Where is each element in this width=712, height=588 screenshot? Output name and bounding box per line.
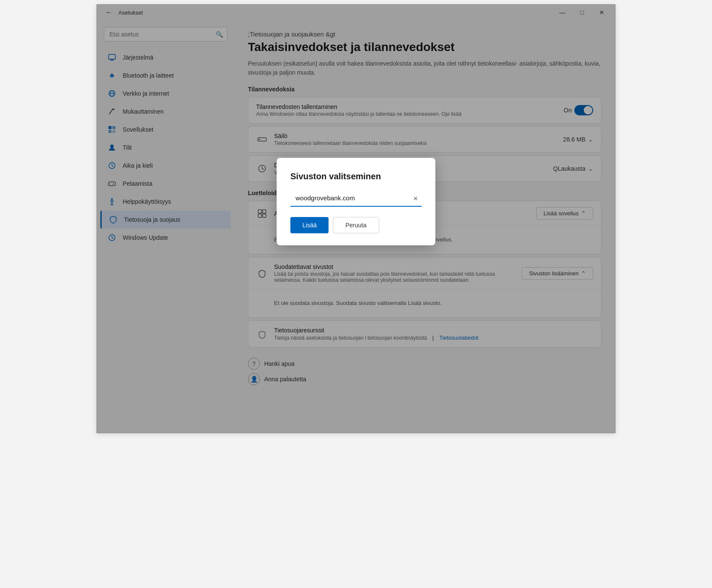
- modal-add-button[interactable]: Lisää: [290, 217, 329, 233]
- modal-overlay: Sivuston valitseminen ✕ Lisää Peruuta: [97, 4, 615, 433]
- modal-cancel-button[interactable]: Peruuta: [333, 217, 379, 233]
- site-input[interactable]: [290, 190, 422, 207]
- modal-title: Sivuston valitseminen: [290, 172, 422, 181]
- modal-buttons: Lisää Peruuta: [290, 217, 422, 233]
- modal-dialog: Sivuston valitseminen ✕ Lisää Peruuta: [277, 158, 435, 245]
- modal-clear-button[interactable]: ✕: [413, 195, 418, 202]
- modal-input-wrap: ✕: [290, 190, 422, 207]
